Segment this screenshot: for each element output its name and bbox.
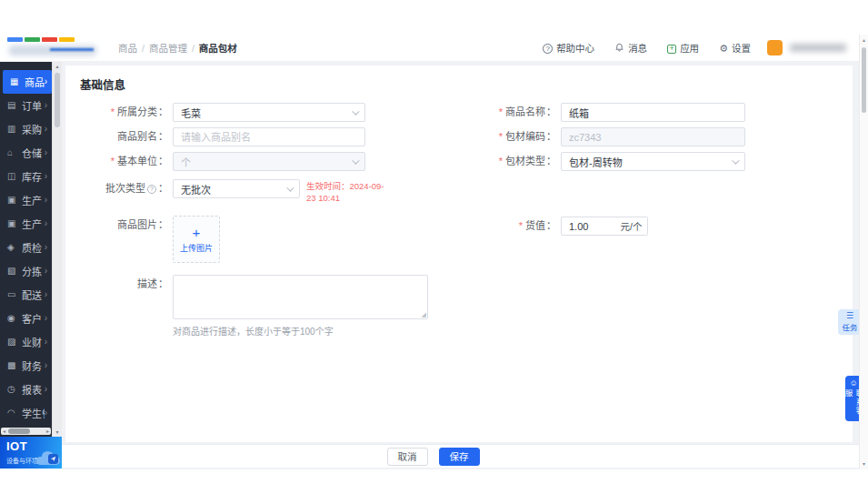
description-hint: 对商品进行描述，长度小于等于100个字 (173, 324, 334, 338)
header-action-3[interactable]: ⚙设置 (719, 41, 751, 55)
chevron-down-icon (732, 156, 739, 164)
alias-label: 商品别名 (66, 127, 168, 146)
layers-icon: ☰ (846, 312, 853, 320)
category-value: 毛菜 (181, 106, 201, 120)
scrollbar-thumb[interactable] (55, 73, 60, 127)
sidebar-item-7[interactable]: ◈质检› (0, 236, 52, 259)
breadcrumb-item[interactable]: 商品管理 (149, 41, 187, 55)
description-textarea[interactable] (173, 275, 428, 319)
sidebar-scrollbar-vertical[interactable]: ▴ ▾ (52, 62, 62, 437)
sidebar-item-6[interactable]: ▣生产› (0, 212, 52, 236)
paper-plane-icon (48, 454, 58, 464)
breadcrumb-item[interactable]: 商品 (118, 41, 137, 55)
base-unit-select: 个 (173, 152, 365, 171)
business-finance-icon: ▨ (7, 338, 18, 347)
header-actions: ?帮助中心消息+应用⚙设置 (543, 41, 751, 55)
iot-banner[interactable]: IOT 设备与环境 (0, 437, 62, 469)
sidebar-item-14[interactable]: ◠学生餐› (0, 401, 52, 425)
product-name-label: 商品名称 (454, 103, 556, 122)
app-plus-icon: + (667, 42, 676, 54)
material-type-select[interactable]: 包材-周转物 (561, 152, 745, 171)
chevron-right-icon: › (45, 196, 47, 205)
app-logo[interactable] (0, 35, 107, 61)
page-scrollbar[interactable]: ▴ ▾ (859, 35, 868, 469)
plus-icon: + (193, 226, 201, 239)
product-image-label: 商品图片 (66, 216, 168, 235)
chevron-right-icon: › (45, 290, 47, 299)
alias-input[interactable] (173, 127, 365, 146)
header-action-1[interactable]: 消息 (614, 41, 647, 55)
value-price-input[interactable] (561, 217, 616, 236)
student-meal-icon: ◠ (7, 408, 18, 418)
breadcrumb-separator: / (142, 43, 145, 54)
chevron-right-icon: › (45, 101, 47, 110)
sidebar-item-13[interactable]: ◷报表› (0, 378, 52, 401)
image-upload-box[interactable]: + 上传图片 (173, 216, 220, 263)
sidebar-item-9[interactable]: ▭配送› (0, 283, 52, 307)
scrollbar-thumb[interactable] (862, 47, 866, 113)
header-action-2[interactable]: +应用 (667, 41, 699, 55)
avatar (767, 40, 783, 55)
sidebar-item-10[interactable]: ◉客户› (0, 307, 52, 330)
logo-color-bars-icon (7, 37, 75, 42)
logo-blurred-underline (50, 48, 94, 51)
material-code-label: 包材编码 (454, 127, 556, 146)
report-icon: ◷ (7, 385, 18, 394)
form-footer: 取消 保存 (62, 444, 859, 468)
purchase-icon: ▥ (7, 125, 18, 134)
sorting-icon: ▧ (7, 267, 18, 276)
sidebar-item-0[interactable]: ▦商品› (3, 70, 52, 94)
chevron-right-icon: › (45, 219, 47, 228)
smiley-icon: ☺ (849, 379, 857, 388)
scroll-up-icon[interactable]: ▴ (53, 63, 62, 70)
chevron-right-icon: › (45, 172, 47, 181)
form-card: 基础信息 所属分类 毛菜 商品别名 基本单位 个 批次类型 ? 无批次 生效时间… (65, 66, 853, 442)
chevron-right-icon: › (45, 385, 47, 394)
price-unit-addon: 元/个 (615, 217, 648, 236)
scroll-down-icon[interactable]: ▾ (53, 428, 62, 436)
iot-subtitle: 设备与环境 (6, 456, 38, 465)
warehouse-icon: ⌂ (7, 148, 18, 157)
sidebar-item-3[interactable]: ⌂仓储› (0, 141, 52, 165)
resize-handle-icon[interactable]: ◢ (422, 311, 426, 318)
sidebar-item-5[interactable]: ▣生产› (0, 188, 52, 212)
scroll-down-icon[interactable]: ▾ (860, 460, 868, 468)
description-label: 描述 (66, 275, 168, 294)
cloud-icon (36, 451, 60, 465)
sidebar-item-2[interactable]: ▥采购› (0, 117, 52, 141)
chevron-down-icon (352, 156, 359, 164)
username-redacted (790, 44, 846, 52)
scrollbar-thumb[interactable] (8, 428, 30, 434)
product-name-input[interactable] (561, 103, 745, 122)
task-label: 任务 (842, 321, 857, 332)
sidebar-item-8[interactable]: ▧分拣› (0, 259, 52, 283)
scroll-left-icon[interactable]: ◂ (1, 428, 7, 434)
effective-time-notice: 生效时间：2024-09-23 10:41 (306, 180, 394, 204)
save-button[interactable]: 保存 (439, 448, 480, 466)
chevron-right-icon: › (45, 361, 47, 370)
category-select[interactable]: 毛菜 (173, 103, 365, 122)
sidebar-item-12[interactable]: ▩财务› (0, 354, 52, 378)
sidebar-item-4[interactable]: ◫库存› (0, 165, 52, 188)
user-menu[interactable] (767, 40, 846, 55)
chevron-down-icon (352, 107, 359, 115)
sidebar-item-1[interactable]: ▤订单› (0, 94, 52, 117)
cancel-button[interactable]: 取消 (387, 448, 428, 466)
customer-icon: ◉ (7, 314, 18, 323)
scroll-right-icon[interactable]: ▸ (45, 428, 51, 434)
upload-text: 上传图片 (180, 242, 213, 254)
chevron-right-icon: › (45, 338, 47, 347)
material-code-input (561, 127, 745, 146)
header-action-0[interactable]: ?帮助中心 (543, 41, 594, 55)
info-circle-icon[interactable]: ? (147, 185, 156, 194)
batch-type-select[interactable]: 无批次 (173, 179, 300, 198)
chevron-right-icon: › (45, 243, 47, 252)
sidebar-item-11[interactable]: ▨业财› (0, 330, 52, 354)
scroll-up-icon[interactable]: ▴ (860, 36, 868, 44)
quality-icon: ◈ (7, 243, 18, 252)
base-unit-label: 基本单位 (66, 152, 168, 171)
sidebar-scrollbar-horizontal[interactable]: ◂ ▸ (1, 428, 51, 435)
material-type-label: 包材类型 (454, 152, 556, 171)
section-title: 基础信息 (80, 76, 125, 93)
inventory-icon: ◫ (7, 172, 18, 181)
